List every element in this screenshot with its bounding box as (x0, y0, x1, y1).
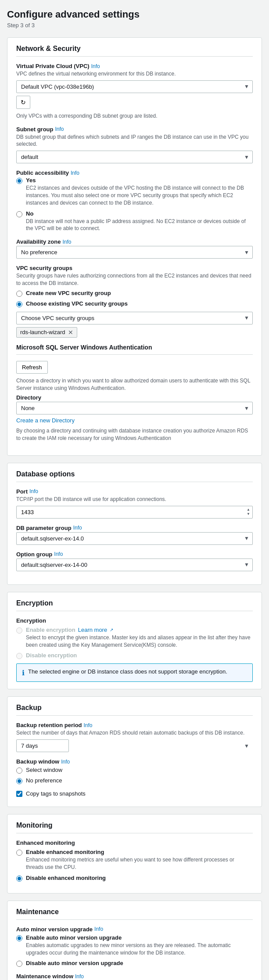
backup-window-select-radio[interactable] (16, 767, 22, 774)
auto-minor-disable-radio[interactable] (16, 961, 22, 967)
directory-label: Directory (16, 394, 253, 401)
availability-zone-label: Availability zone Info (16, 238, 253, 245)
availability-zone-info-link[interactable]: Info (62, 239, 71, 245)
vpc-sg-tag-rds: rds-launch-wizard ✕ (16, 327, 77, 338)
public-accessibility-field-group: Public accessibility Info Yes EC2 instan… (16, 169, 253, 232)
retention-period-label: Backup retention period Info (16, 722, 253, 728)
database-options-section: Database options Port Info TCP/IP port t… (7, 463, 262, 585)
directory-select-wrapper: None ▼ (16, 402, 253, 414)
port-up-arrow[interactable]: ▲ (245, 508, 252, 512)
vpc-sg-create-item: Create new VPC security group (16, 290, 253, 297)
parameter-group-select[interactable]: default.sqlserver-ex-14.0 (16, 532, 253, 545)
vpc-sg-choose-label: Choose existing VPC security groups (26, 300, 128, 307)
subnet-info-link[interactable]: Info (55, 126, 64, 132)
encryption-info-box: ℹ The selected engine or DB instance cla… (16, 663, 253, 682)
vpc-sg-tag-close[interactable]: ✕ (68, 329, 73, 336)
vpc-info-link[interactable]: Info (91, 63, 100, 69)
port-input-wrapper: ▲ ▼ (16, 506, 253, 519)
port-input[interactable] (16, 506, 253, 519)
vpc-sg-create-label: Create new VPC security group (26, 290, 111, 296)
backup-window-select-item: Select window (16, 767, 253, 774)
encryption-enable-radio[interactable] (16, 627, 22, 634)
enhanced-monitoring-enable-label: Enable enhanced monitoring (26, 849, 253, 855)
vpc-sg-tags: rds-launch-wizard ✕ (16, 327, 253, 338)
sql-server-auth-refresh-button[interactable]: Refresh (16, 361, 48, 374)
auto-minor-upgrade-field-group: Auto minor version upgrade Info Enable a… (16, 926, 253, 967)
auto-minor-upgrade-info-link[interactable]: Info (94, 926, 103, 932)
vpc-sg-choose-radio[interactable] (16, 301, 22, 307)
backup-title: Backup (16, 704, 253, 716)
auto-minor-upgrade-radio-group: Enable auto minor version upgrade Enable… (16, 934, 253, 967)
backup-window-no-preference-label: No preference (26, 777, 62, 784)
backup-window-label: Backup window Info (16, 758, 253, 765)
port-description: TCP/IP port the DB instance will use for… (16, 496, 253, 503)
network-security-title: Network & Security (16, 45, 253, 57)
encryption-enable-desc: Select to encrypt the given instance. Ma… (26, 634, 253, 649)
backup-window-select-label: Select window (26, 767, 62, 773)
subnet-select-wrapper: default ▼ (16, 151, 253, 163)
enhanced-monitoring-disable-radio[interactable] (16, 876, 22, 882)
backup-window-info-link[interactable]: Info (61, 759, 70, 765)
port-label: Port Info (16, 488, 253, 495)
encryption-disable-radio[interactable] (16, 653, 22, 659)
copy-tags-checkbox[interactable] (16, 791, 22, 797)
auto-minor-upgrade-label: Auto minor version upgrade Info (16, 926, 253, 933)
vpc-refresh-button[interactable]: ↻ (16, 96, 30, 109)
maintenance-window-label: Maintenance window Info (16, 973, 253, 980)
option-group-select-wrapper: default:sqlserver-ex-14-00 ▼ (16, 558, 253, 571)
step-indicator: Step 3 of 3 (7, 22, 262, 29)
retention-period-select[interactable]: 7 days (16, 739, 69, 752)
enhanced-monitoring-enable-item: Enable enhanced monitoring Enhanced moni… (16, 849, 253, 871)
vpc-sg-radio-group: Create new VPC security group Choose exi… (16, 290, 253, 307)
encryption-label: Encryption (16, 617, 253, 624)
subnet-group-field-group: Subnet group Info DB subnet group that d… (16, 126, 253, 164)
port-arrows: ▲ ▼ (245, 506, 252, 519)
parameter-group-label: DB parameter group Info (16, 525, 253, 531)
option-group-info-link[interactable]: Info (54, 551, 63, 557)
auto-minor-disable-label: Disable auto minor version upgrade (26, 960, 123, 966)
option-group-select[interactable]: default:sqlserver-ex-14-00 (16, 558, 253, 571)
backup-window-radio-group: Select window No preference (16, 767, 253, 784)
public-accessibility-no-label: No (26, 210, 253, 217)
directory-select[interactable]: None (16, 402, 253, 414)
vpc-field-group: Virtual Private Cloud (VPC) Info VPC def… (16, 63, 253, 120)
port-info-link[interactable]: Info (29, 488, 38, 494)
parameter-group-info-link[interactable]: Info (73, 525, 82, 531)
auto-minor-enable-radio[interactable] (16, 935, 22, 941)
monitoring-section: Monitoring Enhanced monitoring Enable en… (7, 814, 262, 894)
retention-period-select-wrapper: 7 days ▼ (16, 739, 253, 752)
encryption-learn-more-link[interactable]: Learn more (78, 627, 107, 633)
backup-window-no-preference-radio[interactable] (16, 778, 22, 784)
subnet-description: DB subnet group that defines which subne… (16, 133, 253, 148)
vpc-sg-select[interactable]: Choose VPC security groups (16, 312, 253, 324)
maintenance-title: Maintenance (16, 908, 253, 920)
by-choosing-text: By choosing a directory and continuing w… (16, 427, 253, 442)
availability-zone-select[interactable]: No preference (16, 246, 253, 259)
public-accessibility-yes-radio[interactable] (16, 178, 22, 184)
sql-server-auth-description: Choose a directory in which you want to … (16, 377, 253, 392)
create-directory-link[interactable]: Create a new Directory (16, 417, 253, 424)
page-title: Configure advanced settings (7, 9, 262, 20)
page-container: Configure advanced settings Step 3 of 3 … (0, 0, 269, 980)
vpc-sg-create-radio[interactable] (16, 291, 22, 297)
availability-zone-field-group: Availability zone Info No preference ▼ (16, 238, 253, 259)
public-accessibility-radio-group: Yes EC2 instances and devices outside of… (16, 177, 253, 232)
encryption-enable-label: Enable encryption (26, 627, 75, 633)
maintenance-window-info-link[interactable]: Info (75, 973, 84, 980)
port-down-arrow[interactable]: ▼ (245, 512, 252, 516)
public-accessibility-no-radio[interactable] (16, 211, 22, 217)
vpc-select[interactable]: Default VPC (vpc-038e196b) (16, 80, 253, 93)
directory-field-group: Directory None ▼ Create a new Directory … (16, 394, 253, 442)
maintenance-window-field-group: Maintenance window Info Select the perio… (16, 973, 253, 980)
encryption-external-icon: ↗ (110, 627, 113, 632)
retention-period-info-link[interactable]: Info (84, 722, 93, 728)
retention-period-field-group: Backup retention period Info Select the … (16, 722, 253, 752)
subnet-select[interactable]: default (16, 151, 253, 163)
backup-window-no-preference-item: No preference (16, 777, 253, 784)
vpc-sg-select-wrapper: Choose VPC security groups ▼ (16, 312, 253, 324)
public-accessibility-label: Public accessibility Info (16, 169, 253, 176)
enhanced-monitoring-enable-radio[interactable] (16, 850, 22, 856)
retention-period-description: Select the number of days that Amazon RD… (16, 729, 253, 737)
public-accessibility-yes-desc: EC2 instances and devices outside of the… (26, 184, 253, 206)
public-accessibility-info-link[interactable]: Info (71, 170, 79, 176)
